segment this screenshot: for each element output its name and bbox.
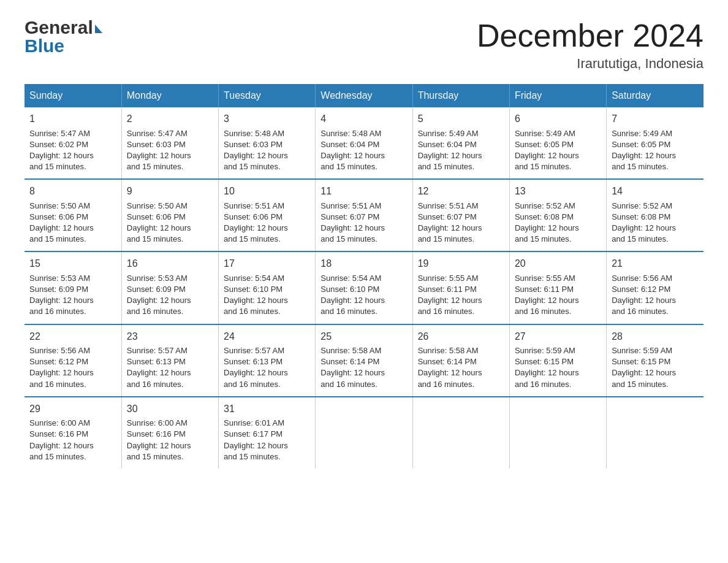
day-number: 29	[29, 402, 116, 416]
header-monday: Monday	[121, 84, 218, 107]
day-number: 16	[127, 257, 213, 270]
calendar-cell: 13Sunrise: 5:52 AMSunset: 6:08 PMDayligh…	[509, 179, 606, 251]
logo-blue-text: Blue	[25, 37, 64, 55]
calendar-cell: 11Sunrise: 5:51 AMSunset: 6:07 PMDayligh…	[316, 179, 412, 251]
day-number: 6	[515, 112, 601, 126]
day-number: 30	[127, 402, 213, 416]
calendar-cell: 26Sunrise: 5:58 AMSunset: 6:14 PMDayligh…	[412, 324, 509, 397]
day-number: 17	[224, 257, 310, 270]
day-number: 3	[224, 112, 310, 126]
calendar-week-4: 22Sunrise: 5:56 AMSunset: 6:12 PMDayligh…	[25, 324, 703, 397]
day-number: 11	[320, 185, 407, 198]
calendar-cell: 7Sunrise: 5:49 AMSunset: 6:05 PMDaylight…	[607, 107, 703, 179]
day-number: 25	[320, 330, 407, 343]
day-number: 9	[127, 185, 213, 198]
calendar-cell: 28Sunrise: 5:59 AMSunset: 6:15 PMDayligh…	[607, 324, 703, 397]
day-number: 31	[224, 402, 310, 416]
calendar-cell: 30Sunrise: 6:00 AMSunset: 6:16 PMDayligh…	[121, 397, 218, 469]
day-number: 18	[320, 257, 407, 270]
calendar-cell: 24Sunrise: 5:57 AMSunset: 6:13 PMDayligh…	[219, 324, 316, 397]
calendar-cell: 17Sunrise: 5:54 AMSunset: 6:10 PMDayligh…	[219, 251, 316, 324]
calendar-cell: 15Sunrise: 5:53 AMSunset: 6:09 PMDayligh…	[25, 251, 121, 324]
logo: General Blue	[25, 18, 102, 55]
day-number: 12	[418, 185, 504, 198]
calendar-cell: 21Sunrise: 5:56 AMSunset: 6:12 PMDayligh…	[607, 251, 703, 324]
calendar-cell: 12Sunrise: 5:51 AMSunset: 6:07 PMDayligh…	[412, 179, 509, 251]
header-sunday: Sunday	[25, 84, 121, 107]
calendar-cell: 1Sunrise: 5:47 AMSunset: 6:02 PMDaylight…	[25, 107, 121, 179]
day-number: 28	[612, 330, 699, 343]
calendar-week-1: 1Sunrise: 5:47 AMSunset: 6:02 PMDaylight…	[25, 107, 703, 179]
calendar-cell: 10Sunrise: 5:51 AMSunset: 6:06 PMDayligh…	[219, 179, 316, 251]
calendar-cell: 5Sunrise: 5:49 AMSunset: 6:04 PMDaylight…	[412, 107, 509, 179]
title-area: December 2024 Irarututiga, Indonesia	[477, 18, 703, 72]
calendar-cell: 23Sunrise: 5:57 AMSunset: 6:13 PMDayligh…	[121, 324, 218, 397]
calendar-cell	[412, 397, 509, 469]
calendar-cell	[607, 397, 703, 469]
logo-arrow-icon	[95, 25, 102, 33]
calendar-cell: 22Sunrise: 5:56 AMSunset: 6:12 PMDayligh…	[25, 324, 121, 397]
calendar-cell: 20Sunrise: 5:55 AMSunset: 6:11 PMDayligh…	[509, 251, 606, 324]
header-tuesday: Tuesday	[219, 84, 316, 107]
calendar-header-row: SundayMondayTuesdayWednesdayThursdayFrid…	[25, 84, 703, 107]
header-saturday: Saturday	[607, 84, 703, 107]
day-number: 20	[515, 257, 601, 270]
calendar-week-3: 15Sunrise: 5:53 AMSunset: 6:09 PMDayligh…	[25, 251, 703, 324]
calendar-cell: 3Sunrise: 5:48 AMSunset: 6:03 PMDaylight…	[219, 107, 316, 179]
day-number: 26	[418, 330, 504, 343]
calendar-cell	[509, 397, 606, 469]
day-number: 19	[418, 257, 504, 270]
day-number: 15	[29, 257, 116, 270]
day-number: 2	[127, 112, 213, 126]
calendar-cell: 4Sunrise: 5:48 AMSunset: 6:04 PMDaylight…	[316, 107, 412, 179]
page-header: General Blue December 2024 Irarututiga, …	[25, 18, 703, 72]
day-number: 10	[224, 185, 310, 198]
calendar-week-5: 29Sunrise: 6:00 AMSunset: 6:16 PMDayligh…	[25, 397, 703, 469]
calendar-cell: 29Sunrise: 6:00 AMSunset: 6:16 PMDayligh…	[25, 397, 121, 469]
calendar-cell: 14Sunrise: 5:52 AMSunset: 6:08 PMDayligh…	[607, 179, 703, 251]
calendar-cell: 25Sunrise: 5:58 AMSunset: 6:14 PMDayligh…	[316, 324, 412, 397]
calendar-cell: 31Sunrise: 6:01 AMSunset: 6:17 PMDayligh…	[219, 397, 316, 469]
day-number: 13	[515, 185, 601, 198]
calendar-cell: 9Sunrise: 5:50 AMSunset: 6:06 PMDaylight…	[121, 179, 218, 251]
calendar-cell	[316, 397, 412, 469]
calendar-cell: 18Sunrise: 5:54 AMSunset: 6:10 PMDayligh…	[316, 251, 412, 324]
day-number: 7	[612, 112, 699, 126]
day-number: 27	[515, 330, 601, 343]
day-number: 21	[612, 257, 699, 270]
header-thursday: Thursday	[412, 84, 509, 107]
day-number: 14	[612, 185, 699, 198]
calendar-cell: 8Sunrise: 5:50 AMSunset: 6:06 PMDaylight…	[25, 179, 121, 251]
day-number: 22	[29, 330, 116, 343]
calendar-cell: 16Sunrise: 5:53 AMSunset: 6:09 PMDayligh…	[121, 251, 218, 324]
calendar-cell: 2Sunrise: 5:47 AMSunset: 6:03 PMDaylight…	[121, 107, 218, 179]
location-subtitle: Irarututiga, Indonesia	[477, 56, 703, 72]
day-number: 23	[127, 330, 213, 343]
calendar-cell: 6Sunrise: 5:49 AMSunset: 6:05 PMDaylight…	[509, 107, 606, 179]
calendar-cell: 27Sunrise: 5:59 AMSunset: 6:15 PMDayligh…	[509, 324, 606, 397]
day-number: 4	[320, 112, 407, 126]
header-wednesday: Wednesday	[316, 84, 412, 107]
logo-general-text: General	[25, 18, 93, 37]
day-number: 24	[224, 330, 310, 343]
day-number: 8	[29, 185, 116, 198]
header-friday: Friday	[509, 84, 606, 107]
calendar-table: SundayMondayTuesdayWednesdayThursdayFrid…	[25, 84, 703, 469]
calendar-cell: 19Sunrise: 5:55 AMSunset: 6:11 PMDayligh…	[412, 251, 509, 324]
day-number: 1	[29, 112, 116, 126]
day-number: 5	[418, 112, 504, 126]
calendar-week-2: 8Sunrise: 5:50 AMSunset: 6:06 PMDaylight…	[25, 179, 703, 251]
month-title: December 2024	[477, 18, 703, 53]
